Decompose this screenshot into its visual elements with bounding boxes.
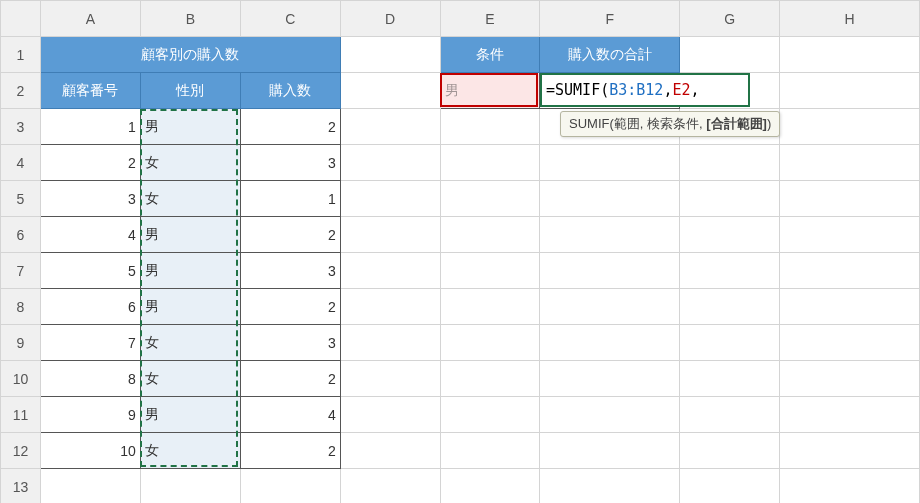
row-header-3[interactable]: 3: [1, 109, 41, 145]
cell-G6[interactable]: [680, 217, 780, 253]
cell-E9[interactable]: [440, 325, 540, 361]
cell-A11[interactable]: 9: [41, 397, 141, 433]
cell-A7[interactable]: 5: [41, 253, 141, 289]
cell-A2[interactable]: 顧客番号: [41, 73, 141, 109]
col-header-E[interactable]: E: [440, 1, 540, 37]
cell-C2[interactable]: 購入数: [240, 73, 340, 109]
cell-C5[interactable]: 1: [240, 181, 340, 217]
row-header-13[interactable]: 13: [1, 469, 41, 504]
cell-D9[interactable]: [340, 325, 440, 361]
cell-D7[interactable]: [340, 253, 440, 289]
row-header-1[interactable]: 1: [1, 37, 41, 73]
cell-F1[interactable]: 購入数の合計: [540, 37, 680, 73]
cell-A4[interactable]: 2: [41, 145, 141, 181]
cell-G7[interactable]: [680, 253, 780, 289]
col-header-G[interactable]: G: [680, 1, 780, 37]
cell-A8[interactable]: 6: [41, 289, 141, 325]
cell-E5[interactable]: [440, 181, 540, 217]
col-header-C[interactable]: C: [240, 1, 340, 37]
cell-D4[interactable]: [340, 145, 440, 181]
row-header-4[interactable]: 4: [1, 145, 41, 181]
cell-D12[interactable]: [340, 433, 440, 469]
cell-F13[interactable]: [540, 469, 680, 504]
cell-C12[interactable]: 2: [240, 433, 340, 469]
cell-D11[interactable]: [340, 397, 440, 433]
cell-A3[interactable]: 1: [41, 109, 141, 145]
cell-B7[interactable]: 男: [140, 253, 240, 289]
cell-G12[interactable]: [680, 433, 780, 469]
cell-C4[interactable]: 3: [240, 145, 340, 181]
cell-B6[interactable]: 男: [140, 217, 240, 253]
cell-B5[interactable]: 女: [140, 181, 240, 217]
cell-H8[interactable]: [780, 289, 920, 325]
active-cell-f2[interactable]: =SUMIF(B3:B12,E2,: [540, 73, 750, 107]
cell-D10[interactable]: [340, 361, 440, 397]
cell-G10[interactable]: [680, 361, 780, 397]
cell-B3[interactable]: 男: [140, 109, 240, 145]
cell-A5[interactable]: 3: [41, 181, 141, 217]
function-tooltip[interactable]: SUMIF(範囲, 検索条件, [合計範囲]): [560, 111, 780, 137]
row-header-11[interactable]: 11: [1, 397, 41, 433]
cell-B12[interactable]: 女: [140, 433, 240, 469]
cell-F7[interactable]: [540, 253, 680, 289]
cell-E1[interactable]: 条件: [440, 37, 540, 73]
cell-C3[interactable]: 2: [240, 109, 340, 145]
cell-H4[interactable]: [780, 145, 920, 181]
cell-C13[interactable]: [240, 469, 340, 504]
cell-E10[interactable]: [440, 361, 540, 397]
cell-D5[interactable]: [340, 181, 440, 217]
cell-E11[interactable]: [440, 397, 540, 433]
row-header-2[interactable]: 2: [1, 73, 41, 109]
cell-H9[interactable]: [780, 325, 920, 361]
cell-A9[interactable]: 7: [41, 325, 141, 361]
cell-A13[interactable]: [41, 469, 141, 504]
col-header-F[interactable]: F: [540, 1, 680, 37]
cell-F9[interactable]: [540, 325, 680, 361]
cell-H3[interactable]: [780, 109, 920, 145]
cell-F4[interactable]: [540, 145, 680, 181]
row-header-7[interactable]: 7: [1, 253, 41, 289]
cell-G11[interactable]: [680, 397, 780, 433]
cell-H6[interactable]: [780, 217, 920, 253]
cell-F5[interactable]: [540, 181, 680, 217]
row-header-12[interactable]: 12: [1, 433, 41, 469]
spreadsheet[interactable]: A B C D E F G H 1顧客別の購入数条件購入数の合計2顧客番号性別購…: [0, 0, 920, 503]
cell-H5[interactable]: [780, 181, 920, 217]
cell-B9[interactable]: 女: [140, 325, 240, 361]
cell-D3[interactable]: [340, 109, 440, 145]
cell-H2[interactable]: [780, 73, 920, 109]
cell-D1[interactable]: [340, 37, 440, 73]
cell-C10[interactable]: 2: [240, 361, 340, 397]
cell-E8[interactable]: [440, 289, 540, 325]
cell-A6[interactable]: 4: [41, 217, 141, 253]
row-header-10[interactable]: 10: [1, 361, 41, 397]
cell-F8[interactable]: [540, 289, 680, 325]
cell-D2[interactable]: [340, 73, 440, 109]
cell-A1[interactable]: 顧客別の購入数: [41, 37, 341, 73]
row-header-9[interactable]: 9: [1, 325, 41, 361]
cell-D8[interactable]: [340, 289, 440, 325]
cell-G4[interactable]: [680, 145, 780, 181]
cell-G8[interactable]: [680, 289, 780, 325]
cell-B8[interactable]: 男: [140, 289, 240, 325]
cell-D6[interactable]: [340, 217, 440, 253]
cell-F12[interactable]: [540, 433, 680, 469]
cell-G5[interactable]: [680, 181, 780, 217]
cell-B10[interactable]: 女: [140, 361, 240, 397]
cell-H10[interactable]: [780, 361, 920, 397]
cell-C7[interactable]: 3: [240, 253, 340, 289]
grid-table[interactable]: A B C D E F G H 1顧客別の購入数条件購入数の合計2顧客番号性別購…: [0, 0, 920, 503]
cell-F6[interactable]: [540, 217, 680, 253]
cell-H11[interactable]: [780, 397, 920, 433]
cell-C9[interactable]: 3: [240, 325, 340, 361]
cell-E3[interactable]: [440, 109, 540, 145]
cell-H1[interactable]: [780, 37, 920, 73]
cell-A10[interactable]: 8: [41, 361, 141, 397]
cell-E12[interactable]: [440, 433, 540, 469]
cell-E4[interactable]: [440, 145, 540, 181]
col-header-D[interactable]: D: [340, 1, 440, 37]
cell-E13[interactable]: [440, 469, 540, 504]
cell-A12[interactable]: 10: [41, 433, 141, 469]
cell-H7[interactable]: [780, 253, 920, 289]
select-all-corner[interactable]: [1, 1, 41, 37]
